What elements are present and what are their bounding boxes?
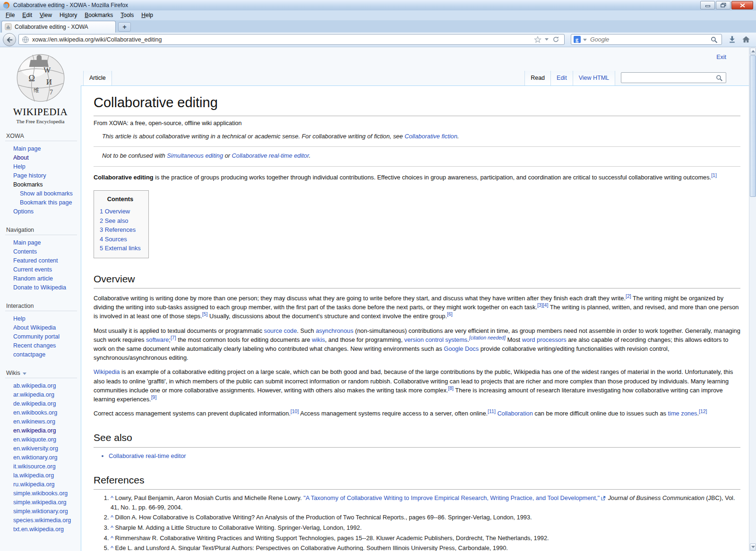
sidebar-link-ar-wikipedia-org[interactable]: ar.wikipedia.org bbox=[13, 390, 81, 399]
wiki-link[interactable]: Collaborative real-time editor bbox=[232, 152, 309, 159]
sidebar-link-en-wikinews-org[interactable]: en.wikinews.org bbox=[13, 417, 81, 426]
minimize-button[interactable] bbox=[700, 1, 715, 9]
wiki-link[interactable]: asynchronous bbox=[316, 327, 353, 334]
sidebar-link-species-wikimedia-org[interactable]: species.wikimedia.org bbox=[13, 516, 81, 525]
toc-link[interactable]: 3 References bbox=[100, 225, 141, 235]
back-button[interactable] bbox=[3, 33, 16, 46]
reference-link[interactable]: [7] bbox=[171, 334, 176, 340]
wiki-search-input[interactable] bbox=[621, 72, 726, 83]
new-tab-button[interactable]: + bbox=[118, 22, 131, 32]
wiki-search-icon[interactable] bbox=[716, 75, 723, 84]
wiki-link[interactable]: source code bbox=[264, 327, 297, 334]
sidebar-link-featured-content[interactable]: Featured content bbox=[13, 256, 81, 265]
sidebar-link-donate-to-wikipedia[interactable]: Donate to Wikipedia bbox=[13, 283, 81, 292]
reference-link[interactable]: [10] bbox=[291, 408, 299, 414]
wiki-link[interactable]: "A Taxonomy of Collaborative Writing to … bbox=[303, 494, 600, 501]
toc-link[interactable]: 1 Overview bbox=[100, 207, 141, 216]
sidebar-link-de-wikipedia-org[interactable]: de.wikipedia.org bbox=[13, 399, 81, 408]
menu-item-history[interactable]: History bbox=[56, 10, 81, 20]
sidebar-link-recent-changes[interactable]: Recent changes bbox=[13, 341, 81, 350]
sidebar-link-about[interactable]: About bbox=[13, 153, 81, 162]
wiki-link[interactable]: Wikipedia bbox=[94, 368, 120, 375]
reference-link[interactable]: [4] bbox=[543, 302, 549, 308]
sidebar-link-simple-wiktionary-org[interactable]: simple.wiktionary.org bbox=[13, 507, 81, 516]
reference-link[interactable]: [6] bbox=[447, 311, 453, 317]
bookmark-star-icon[interactable] bbox=[534, 36, 541, 45]
engine-dropdown-icon[interactable] bbox=[583, 39, 587, 41]
sidebar-link-it-wikisource-org[interactable]: it.wikisource.org bbox=[13, 462, 81, 471]
sidebar-link-main-page[interactable]: Main page bbox=[13, 144, 81, 153]
sidebar-link-community-portal[interactable]: Community portal bbox=[13, 332, 81, 341]
sidebar-link-page-history[interactable]: Page history bbox=[13, 171, 81, 180]
menu-item-help[interactable]: Help bbox=[137, 10, 157, 20]
sidebar-link-en-wikibooks-org[interactable]: en.wikibooks.org bbox=[13, 408, 81, 417]
wiki-link[interactable]: wikis bbox=[312, 336, 325, 343]
menu-item-bookmarks[interactable]: Bookmarks bbox=[81, 10, 117, 20]
sidebar-link-help[interactable]: Help bbox=[13, 162, 81, 171]
menu-item-tools[interactable]: Tools bbox=[117, 10, 137, 20]
browser-tab[interactable]: Collaborative editing - XOWA bbox=[1, 21, 116, 33]
wikipedia-logo[interactable]: Ω W И 7 维 WIKIPEDIA The Free Encyclopedi… bbox=[0, 47, 81, 124]
toc-link[interactable]: 4 Sources bbox=[100, 235, 141, 244]
url-dropdown-icon[interactable] bbox=[545, 38, 549, 41]
address-bar[interactable]: xowa://en.wikipedia.org/wiki/Collaborati… bbox=[18, 34, 565, 45]
close-button[interactable] bbox=[731, 1, 753, 9]
reference-link[interactable]: [5] bbox=[202, 311, 208, 317]
sidebar-link-options[interactable]: Options bbox=[13, 207, 81, 216]
menu-item-view[interactable]: View bbox=[36, 10, 56, 20]
wiki-link[interactable]: Collaborative fiction bbox=[404, 133, 457, 140]
wiki-link[interactable]: Collaboration bbox=[497, 410, 533, 417]
sidebar-link-la-wikipedia-org[interactable]: la.wikipedia.org bbox=[13, 471, 81, 480]
sidebar-link-simple-wikipedia-org[interactable]: simple.wikipedia.org bbox=[13, 498, 81, 507]
wiki-link[interactable]: time zones bbox=[668, 410, 697, 417]
sidebar-section-title[interactable]: Wikis bbox=[5, 369, 77, 378]
reference-link[interactable]: [2] bbox=[626, 293, 631, 299]
wiki-link[interactable]: Collaborative real-time editor bbox=[109, 452, 186, 459]
view-tab-link[interactable]: View HTML bbox=[579, 75, 609, 81]
scroll-down-icon[interactable] bbox=[750, 543, 756, 551]
reference-link[interactable]: [8] bbox=[448, 385, 454, 390]
reference-link[interactable]: [1] bbox=[711, 172, 717, 178]
wiki-link[interactable]: Google Docs bbox=[444, 345, 479, 352]
reference-link[interactable]: [3] bbox=[537, 302, 543, 308]
reference-link[interactable]: [11] bbox=[488, 408, 496, 414]
sidebar-link-main-page[interactable]: Main page bbox=[13, 238, 81, 247]
sidebar-link-current-events[interactable]: Current events bbox=[13, 265, 81, 274]
sidebar-link-random-article[interactable]: Random article bbox=[13, 274, 81, 283]
menu-item-edit[interactable]: Edit bbox=[18, 10, 36, 20]
sidebar-link-en-wiktionary-org[interactable]: en.wiktionary.org bbox=[13, 453, 81, 462]
home-icon[interactable] bbox=[742, 36, 750, 45]
search-bar[interactable]: g Google bbox=[571, 34, 722, 45]
reference-link[interactable]: [9] bbox=[151, 394, 157, 400]
collapse-arrow-icon[interactable] bbox=[23, 373, 26, 375]
downloads-icon[interactable] bbox=[728, 35, 736, 45]
tab-article[interactable]: Article bbox=[83, 71, 112, 85]
reference-link[interactable]: [12] bbox=[699, 408, 707, 414]
reload-icon[interactable] bbox=[552, 36, 559, 45]
sidebar-link-ab-wikipedia-org[interactable]: ab.wikipedia.org bbox=[13, 381, 81, 390]
maximize-button[interactable] bbox=[716, 1, 730, 9]
tab-edit[interactable]: Edit bbox=[550, 71, 573, 85]
scrollbar-thumb[interactable] bbox=[750, 55, 756, 197]
toc-link[interactable]: 2 See also bbox=[100, 216, 141, 226]
menu-item-file[interactable]: File bbox=[2, 10, 18, 20]
sidebar-link-help[interactable]: Help bbox=[13, 314, 81, 323]
tab-view-html[interactable]: View HTML bbox=[573, 71, 615, 85]
sidebar-link-txt-en-wikipedia-org[interactable]: txt.en.wikipedia.org bbox=[13, 525, 81, 534]
citation-needed-link[interactable]: [citation needed] bbox=[469, 334, 506, 340]
sidebar-link-ru-wikipedia-org[interactable]: ru.wikipedia.org bbox=[13, 480, 81, 489]
toc-link[interactable]: 5 External links bbox=[100, 244, 141, 253]
sidebar-link-bookmark-this-page[interactable]: Bookmark this page bbox=[20, 198, 81, 207]
google-engine-icon[interactable]: g bbox=[574, 36, 581, 45]
search-go-icon[interactable] bbox=[711, 36, 718, 45]
sidebar-link-contactpage[interactable]: contactpage bbox=[13, 350, 81, 359]
wiki-link[interactable]: Simultaneous editing bbox=[167, 152, 223, 159]
vertical-scrollbar[interactable] bbox=[749, 47, 756, 551]
tab-read[interactable]: Read bbox=[524, 71, 550, 85]
sidebar-link-en-wikiversity-org[interactable]: en.wikiversity.org bbox=[13, 444, 81, 453]
view-tab-link[interactable]: Edit bbox=[557, 75, 567, 81]
sidebar-link-en-wikiquote-org[interactable]: en.wikiquote.org bbox=[13, 435, 81, 444]
scroll-up-icon[interactable] bbox=[750, 48, 756, 55]
sidebar-link-about-wikipedia[interactable]: About Wikipedia bbox=[13, 323, 81, 332]
sidebar-link-show-all-bookmarks[interactable]: Show all bookmarks bbox=[20, 189, 81, 198]
